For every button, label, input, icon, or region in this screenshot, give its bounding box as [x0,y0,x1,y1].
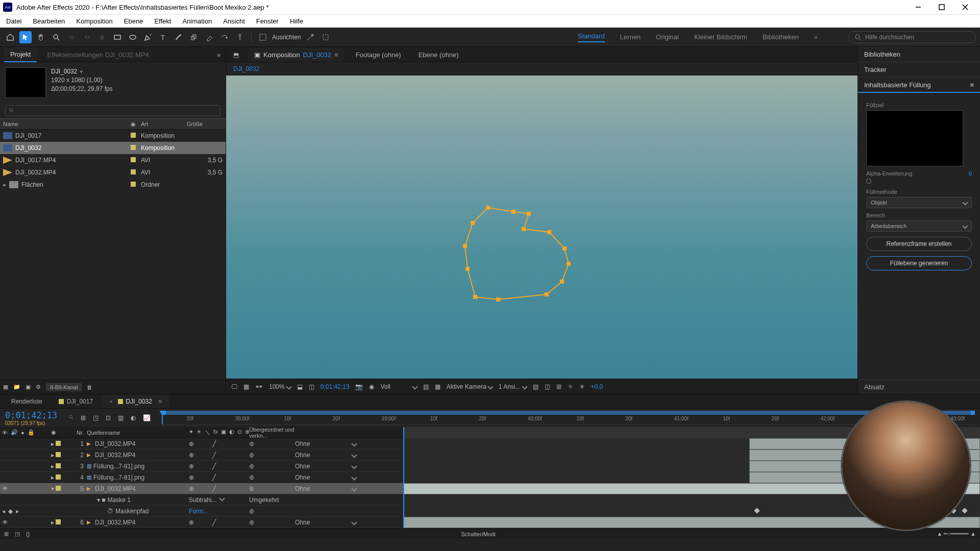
view-opt-icon2[interactable]: ◫ [545,383,550,390]
comp-flowchart-icon[interactable]: ⊞ [81,414,86,421]
close-button[interactable] [953,0,977,14]
project-item[interactable]: ▸Flächen Ordner [0,179,226,191]
hand-tool[interactable] [35,31,47,43]
tab-dji0017[interactable]: DJI_0017 [52,395,100,408]
snap-opt-1[interactable] [304,31,316,43]
new-comp-icon[interactable]: ▣ [26,384,31,390]
tab-composition[interactable]: ▣ Komposition DJI_0032 ≡ [249,48,344,62]
ws-learn[interactable]: Lernen [620,33,641,41]
transparency-icon[interactable]: ⬓ [297,383,303,390]
clone-tool[interactable] [188,31,200,43]
tab-project[interactable]: Projekt [4,47,37,62]
settings-icon[interactable]: ⚙ [36,384,41,390]
generate-fill-layer-button[interactable]: Füllebene generieren [866,256,972,270]
breadcrumb-item[interactable]: DJI_0032 [233,65,259,72]
snap-opt-2[interactable] [320,31,332,43]
keyframe-nav-prev[interactable]: ◂ [2,508,5,515]
menu-animation[interactable]: Animation [181,16,213,26]
trash-icon[interactable]: 🗑 [87,384,92,390]
tab-footage[interactable]: Footage (ohne) [351,48,406,62]
view-opt-icon4[interactable]: ⚛ [568,383,573,390]
tab-layer[interactable]: Ebene (ohne) [413,48,464,62]
bit-depth[interactable]: 8-Bit-Kanal [46,383,82,391]
menu-view[interactable]: Ansicht [222,16,246,26]
snapshot-icon[interactable]: 📷 [355,383,363,390]
current-time[interactable]: 0;01;42;13 [5,410,57,420]
project-item[interactable]: DJI_0017 Komposition [0,130,226,142]
views-dropdown[interactable]: 1 Ansi... [499,383,527,390]
panel-libraries[interactable]: Bibliotheken [858,47,980,62]
tab-renderqueue[interactable]: Renderliste [4,395,50,408]
menu-effect[interactable]: Effekt [153,16,172,26]
roto-tool[interactable] [218,31,231,43]
header-name[interactable]: Name [3,121,126,127]
rect-tool[interactable] [111,31,124,43]
zoom-tool[interactable] [50,31,62,43]
channel-icon[interactable]: ◉ [369,383,374,390]
selection-tool[interactable] [19,31,32,43]
view-opt-icon[interactable]: ▤ [533,383,538,390]
snap-checkbox[interactable] [257,31,269,43]
menu-composition[interactable]: Komposition [75,16,114,26]
screen-icon[interactable]: 🖵 [231,383,237,390]
visibility-toggle[interactable]: 👁 [2,485,8,492]
puppet-tool[interactable] [234,31,246,43]
folder-icon[interactable]: 📁 [13,384,20,390]
fast-preview-icon[interactable]: ▤ [423,383,429,390]
alpha-value[interactable]: 0 [969,170,972,177]
lock-icon[interactable]: ⬒ [230,48,242,62]
help-search[interactable]: Hilfe durchsuchen [848,31,976,43]
resolution-dropdown[interactable]: Voll [380,383,416,390]
minimize-button[interactable] [906,0,930,14]
layer-row[interactable]: ▸ 4▨Füllung...7-81].png⊕╱⊚Ohne [0,472,403,483]
toggle-icon-3[interactable]: {} [26,531,30,537]
project-item[interactable]: DJI_0032 Komposition [0,142,226,154]
motionblur-icon[interactable]: ◐ [131,414,136,421]
timeline-search[interactable] [68,414,75,422]
exposure-value[interactable]: +0,0 [591,383,603,390]
range-dropdown[interactable]: Arbeitsbereich [866,220,972,232]
project-search[interactable] [5,105,220,116]
erase-tool[interactable] [203,31,215,43]
zoom-dropdown[interactable]: 100% [269,383,291,390]
mask-icon[interactable]: 👓 [255,383,263,390]
menu-help[interactable]: Hilfe [289,16,304,26]
mask-path-overlay[interactable] [447,203,580,310]
rotate-tool[interactable]: ⟲ [81,31,93,43]
home-tool[interactable] [4,31,16,43]
ws-more[interactable]: » [814,33,818,41]
method-dropdown[interactable]: Objekt [866,197,972,208]
menu-window[interactable]: Fenster [255,16,280,26]
ws-libraries[interactable]: Bibliotheken [763,33,799,41]
frameblend-icon[interactable]: ▥ [118,414,124,421]
layer-row[interactable]: 👁▾ 5▶DJI_0032.MP4⊕╱⊚Ohne [0,483,403,494]
keyframe-nav-next[interactable]: ▸ [16,508,19,515]
timeline-icon[interactable]: ▦ [435,383,440,390]
panel-content-aware-fill[interactable]: Inhaltsbasierte Füllung≡ [858,78,980,93]
menu-layer[interactable]: Ebene [123,16,144,26]
create-reference-frame-button[interactable]: Referenzframe erstellen [866,237,972,251]
layer-row[interactable]: 👁▸ 6▶DJI_0032.MP4⊕╱⊚Ohne [0,517,403,528]
mask-mode-dropdown[interactable]: Subtrahi... [189,496,217,504]
panel-tracker[interactable]: Tracker [858,62,980,78]
mask-path-row[interactable]: ◂◆▸⏱ MaskenpfadForm...⊚ [0,506,403,517]
time-ruler[interactable]: 20f 38;00f 10f 20f 39;00f 10f 20f 40;00f… [162,411,975,425]
region-icon[interactable]: ◫ [309,383,314,390]
ellipse-tool[interactable] [127,31,139,43]
tab-effect-controls[interactable]: Effekteinstellungen DJI_0032.MP4 [41,48,155,62]
interpret-icon[interactable]: ▦ [3,384,8,390]
view-opt-icon3[interactable]: ⊞ [556,383,561,390]
grid-icon[interactable]: ▦ [243,383,249,390]
zoom-slider[interactable]: ▲ ━○━━━━━ ▲ [937,531,976,537]
toggle-switches-icon[interactable]: ⊞ [4,531,9,537]
panel-paragraph[interactable]: Absatz [858,380,980,394]
menu-file[interactable]: Datei [5,16,22,26]
viewer[interactable] [226,76,857,379]
text-tool[interactable]: T [157,31,169,43]
layer-row[interactable]: ▸ 3▨Füllung...7-81].png⊕╱⊚Ohne [0,461,403,472]
switches-modes-toggle[interactable]: Schalter/Modi [461,531,495,537]
camera-dropdown[interactable]: Aktive Kamera [447,383,493,390]
header-size[interactable]: Größe [187,121,223,127]
mask-shape-link[interactable]: Form... [189,508,208,515]
project-item[interactable]: DJI_0017.MP4 AVI 3,5 G [0,154,226,166]
